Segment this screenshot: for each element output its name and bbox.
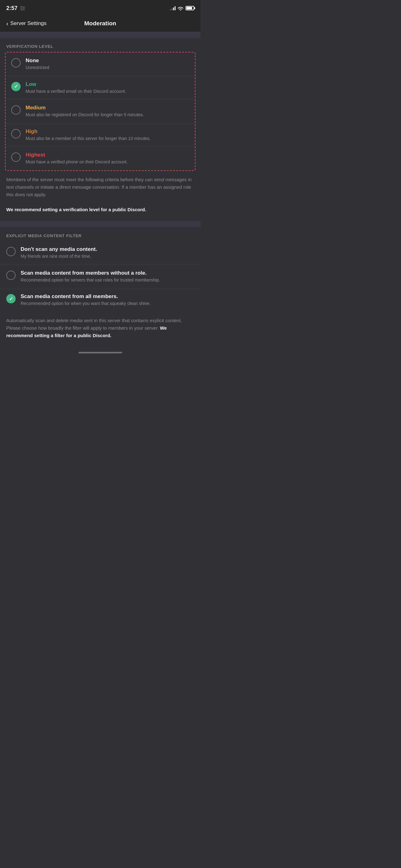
verification-low-item[interactable]: Low Must have a verified email on their …: [6, 76, 195, 100]
filter-scan-all-item[interactable]: Scan media content from all members. Rec…: [0, 288, 201, 312]
status-bar: 2:57 ⬛: [0, 0, 201, 16]
verification-level-description: Members of the server must meet the foll…: [0, 171, 201, 221]
verification-medium-radio[interactable]: [11, 105, 21, 115]
wifi-icon: [177, 6, 183, 11]
home-indicator-bar: [78, 352, 122, 353]
explicit-filter-header: EXPLICIT MEDIA CONTENT FILTER: [0, 227, 201, 241]
verification-high-radio[interactable]: [11, 129, 21, 138]
explicit-filter-radio-group: Don't scan any media content. My friends…: [0, 241, 201, 312]
filter-dont-scan-item[interactable]: Don't scan any media content. My friends…: [0, 241, 201, 265]
battery-icon: [186, 6, 194, 10]
filter-no-role-desc: Recommended option for servers that use …: [21, 277, 194, 283]
verification-high-item[interactable]: High Must also be a member of this serve…: [6, 123, 195, 147]
verification-medium-content: Medium Must also be registered on Discor…: [26, 105, 189, 118]
verification-highest-desc: Must have a verified phone on their Disc…: [26, 159, 189, 165]
verification-high-content: High Must also be a member of this serve…: [26, 128, 189, 142]
back-button[interactable]: ‹ Server Settings: [6, 20, 54, 27]
filter-scan-all-desc: Recommended option for when you want tha…: [21, 301, 194, 307]
status-time: 2:57: [6, 5, 18, 11]
filter-no-role-label: Scan media content from members without …: [21, 270, 194, 276]
back-label: Server Settings: [10, 20, 46, 27]
filter-no-role-content: Scan media content from members without …: [21, 270, 194, 283]
verification-level-header: VERIFICATION LEVEL: [0, 38, 201, 52]
section-gap-1: [0, 32, 201, 38]
filter-dont-scan-desc: My friends are nice most of the time.: [21, 253, 194, 260]
verification-high-label: High: [26, 128, 189, 135]
verification-low-content: Low Must have a verified email on their …: [26, 81, 189, 95]
verification-level-radio-group: None Unrestricted Low Must have a verifi…: [5, 52, 196, 171]
verification-medium-label: Medium: [26, 105, 189, 111]
section-gap-2: [0, 221, 201, 227]
verification-medium-item[interactable]: Medium Must also be registered on Discor…: [6, 100, 195, 123]
verification-highest-radio[interactable]: [11, 153, 21, 162]
signal-bar-4: [175, 6, 175, 10]
verification-none-item[interactable]: None Unrestricted: [6, 53, 195, 76]
battery-fill: [187, 7, 192, 9]
filter-dont-scan-label: Don't scan any media content.: [21, 246, 194, 252]
filter-no-role-radio[interactable]: [6, 271, 15, 280]
verification-highest-content: Highest Must have a verified phone on th…: [26, 152, 189, 165]
filter-scan-all-label: Scan media content from all members.: [21, 293, 194, 300]
verification-low-desc: Must have a verified email on their Disc…: [26, 88, 189, 95]
verification-highest-item[interactable]: Highest Must have a verified phone on th…: [6, 147, 195, 170]
verification-none-content: None Unrestricted: [26, 58, 189, 71]
verification-medium-desc: Must also be registered on Discord for l…: [26, 112, 189, 118]
signal-bar-2: [171, 8, 172, 10]
home-indicator: [0, 347, 201, 356]
app-header: ‹ Server Settings Moderation: [0, 16, 201, 32]
back-chevron-icon: ‹: [6, 20, 8, 27]
page-title: Moderation: [54, 20, 147, 27]
explicit-filter-desc-text: Automatically scan and delete media sent…: [6, 318, 182, 331]
verification-none-desc: Unrestricted: [26, 65, 189, 71]
verification-desc-text: Members of the server must meet the foll…: [6, 177, 192, 197]
verification-highest-label: Highest: [26, 152, 189, 158]
verification-none-radio[interactable]: [11, 58, 21, 67]
signal-bar-1: [170, 9, 171, 10]
signal-bar-3: [173, 7, 174, 10]
verification-level-section: VERIFICATION LEVEL None Unrestricted Low…: [0, 38, 201, 221]
recording-icon: ⬛: [20, 6, 25, 11]
explicit-filter-description: Automatically scan and delete media sent…: [0, 312, 201, 347]
status-icons: [170, 6, 194, 11]
explicit-filter-section: EXPLICIT MEDIA CONTENT FILTER Don't scan…: [0, 227, 201, 347]
filter-no-role-item[interactable]: Scan media content from members without …: [0, 265, 201, 289]
filter-dont-scan-radio[interactable]: [6, 247, 15, 256]
filter-scan-all-content: Scan media content from all members. Rec…: [21, 293, 194, 307]
verification-none-label: None: [26, 58, 189, 64]
signal-bars: [170, 6, 175, 10]
verification-low-label: Low: [26, 81, 189, 88]
verification-high-desc: Must also be a member of this server for…: [26, 135, 189, 142]
filter-dont-scan-content: Don't scan any media content. My friends…: [21, 246, 194, 260]
verification-recommendation: We recommend setting a verification leve…: [6, 207, 146, 212]
verification-low-radio[interactable]: [11, 82, 21, 91]
filter-scan-all-radio[interactable]: [6, 294, 15, 303]
